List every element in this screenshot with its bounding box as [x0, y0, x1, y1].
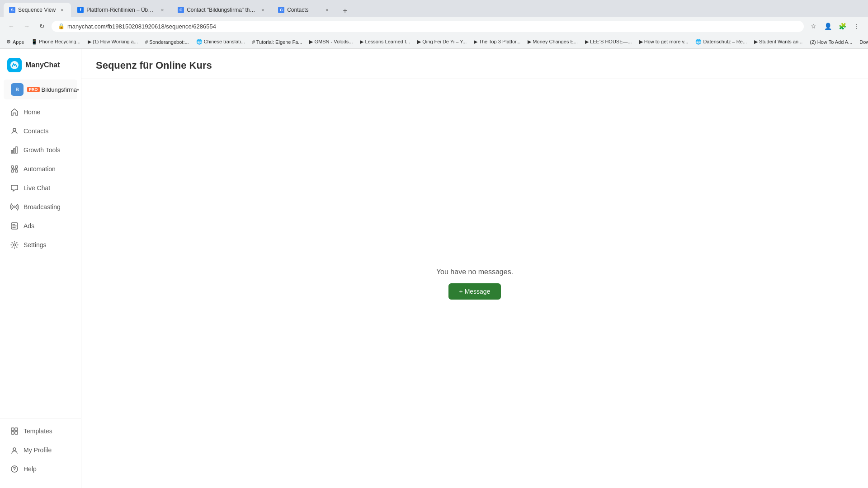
bookmark-qing[interactable]: ▶ Qing Fei De Yi – Y... — [415, 38, 468, 46]
logo-text: ManyChat — [25, 61, 60, 69]
bookmark-sonder[interactable]: # Sonderangebot:... — [143, 38, 191, 46]
sidebar-item-automation-label: Automation — [24, 165, 56, 173]
tab-favicon-1: S — [9, 7, 15, 13]
tab-title-3: Contact "Bildungsfirma" thro... — [187, 7, 256, 13]
svg-point-1 — [13, 128, 16, 131]
bookmark-money[interactable]: ▶ Money Changes E... — [526, 38, 580, 46]
sidebar-item-growth-tools-label: Growth Tools — [24, 146, 60, 154]
sidebar-item-help[interactable]: Help — [3, 460, 78, 478]
workspace-selector[interactable]: B PRO Bildungsfirma ▾ — [4, 80, 77, 99]
tab-favicon-4: C — [278, 7, 284, 13]
tab-title-2: Plattform-Richtlinien – Übers... — [86, 7, 156, 13]
sidebar-item-templates-label: Templates — [24, 427, 52, 435]
back-button[interactable]: ← — [5, 20, 17, 32]
growth-tools-icon — [10, 145, 19, 155]
add-message-button[interactable]: + Message — [448, 283, 501, 300]
sidebar-item-automation[interactable]: Automation — [3, 160, 78, 178]
tab-close-1[interactable]: × — [58, 6, 66, 14]
content-area: You have no messages. + Message — [81, 79, 868, 488]
sidebar: ManyChat B PRO Bildungsfirma ▾ Home — [0, 49, 81, 488]
logo-area: ManyChat — [0, 54, 81, 80]
svg-rect-5 — [11, 166, 14, 168]
svg-point-17 — [13, 448, 16, 450]
tab-plattform[interactable]: f Plattform-Richtlinien – Übers... × — [72, 3, 171, 17]
sidebar-item-settings-label: Settings — [24, 241, 47, 249]
help-icon — [10, 465, 19, 474]
logo-icon — [7, 58, 22, 72]
main-content: Sequenz für Online Kurs You have no mess… — [81, 49, 868, 488]
broadcasting-icon — [10, 202, 19, 211]
sidebar-item-contacts-label: Contacts — [24, 127, 48, 135]
tab-close-2[interactable]: × — [159, 6, 166, 14]
profile-button[interactable]: 👤 — [822, 20, 834, 32]
sidebar-item-my-profile[interactable]: My Profile — [3, 441, 78, 459]
bookmark-apps[interactable]: ⚙Apps — [5, 38, 26, 46]
bookmark-chinese[interactable]: 🌐 Chinese translati... — [194, 38, 247, 46]
settings-icon — [10, 240, 19, 249]
sidebar-item-settings[interactable]: Settings — [3, 236, 78, 254]
tab-title-1: Sequence View — [18, 7, 56, 13]
bookmark-datenschutz[interactable]: 🌐 Datenschutz – Re... — [693, 38, 749, 46]
bookmark-student[interactable]: ▶ Student Wants an... — [752, 38, 804, 46]
contacts-icon — [10, 127, 19, 136]
my-profile-icon — [10, 446, 19, 455]
menu-button[interactable]: ⋮ — [851, 20, 863, 32]
tab-sequence-view[interactable]: S Sequence View × — [4, 3, 71, 17]
bookmark-gmsn[interactable]: ▶ GMSN - Volods... — [307, 38, 354, 46]
reload-button[interactable]: ↻ — [36, 20, 48, 32]
svg-rect-16 — [15, 432, 18, 434]
workspace-name: Bildungsfirma — [42, 86, 77, 93]
bookmark-lee[interactable]: ▶ LEE'S HOUSE—... — [583, 38, 634, 46]
tab-close-4[interactable]: × — [323, 6, 330, 14]
svg-rect-14 — [15, 428, 18, 431]
bookmark-lessons[interactable]: ▶ Lessons Learned f... — [358, 38, 412, 46]
tab-favicon-2: f — [77, 7, 84, 13]
svg-rect-7 — [11, 170, 14, 172]
sidebar-item-my-profile-label: My Profile — [24, 446, 52, 454]
bookmark-download[interactable]: Download - Cooki... — [858, 38, 868, 46]
automation-icon — [10, 164, 19, 174]
svg-point-12 — [14, 244, 16, 246]
page-header: Sequenz für Online Kurs — [81, 49, 868, 79]
sidebar-item-home-label: Home — [24, 108, 40, 116]
new-tab-button[interactable]: + — [339, 5, 351, 17]
sidebar-item-ads[interactable]: Ads — [3, 217, 78, 235]
bookmark-top3[interactable]: ▶ The Top 3 Platfor... — [472, 38, 522, 46]
sidebar-bottom: Templates My Profile — [0, 418, 81, 483]
address-bar[interactable]: 🔒 manychat.com/fb198150208192061​8/seque… — [52, 21, 804, 32]
empty-state-message: You have no messages. — [436, 268, 513, 276]
bookmark-how-working[interactable]: ▶ (1) How Working a... — [86, 38, 140, 46]
sidebar-item-growth-tools[interactable]: Growth Tools — [3, 141, 78, 159]
sidebar-item-templates[interactable]: Templates — [3, 422, 78, 440]
bookmark-phone[interactable]: 📱 Phone Recycling... — [29, 38, 82, 46]
svg-rect-15 — [11, 432, 14, 434]
templates-icon — [10, 427, 19, 436]
pro-badge: PRO — [27, 87, 40, 92]
sidebar-item-live-chat-label: Live Chat — [24, 184, 50, 192]
bookmark-how-more[interactable]: ▶ How to get more v... — [637, 38, 690, 46]
home-icon — [10, 108, 19, 117]
bookmark-button[interactable]: ☆ — [807, 20, 819, 32]
svg-rect-4 — [16, 147, 17, 153]
tab-close-3[interactable]: × — [259, 6, 266, 14]
sidebar-nav: Home Contacts — [0, 103, 81, 414]
bookmark-how-add[interactable]: (2) How To Add A... — [808, 38, 854, 46]
svg-point-10 — [14, 206, 15, 208]
extensions-button[interactable]: 🧩 — [836, 20, 848, 32]
workspace-chevron-icon: ▾ — [77, 87, 79, 92]
sidebar-item-contacts[interactable]: Contacts — [3, 122, 78, 140]
bookmark-tutorial[interactable]: # Tutorial: Eigene Fa... — [250, 38, 304, 46]
workspace-avatar: B — [11, 83, 24, 96]
sidebar-item-home[interactable]: Home — [3, 103, 78, 121]
url-text: manychat.com/fb198150208192061​8/sequenc… — [67, 23, 797, 30]
svg-rect-8 — [15, 170, 18, 172]
sidebar-item-ads-label: Ads — [24, 222, 34, 230]
svg-rect-3 — [14, 149, 15, 153]
sidebar-item-live-chat[interactable]: Live Chat — [3, 179, 78, 197]
forward-button[interactable]: → — [21, 20, 33, 32]
sidebar-item-broadcasting[interactable]: Broadcasting — [3, 198, 78, 216]
svg-rect-2 — [11, 150, 13, 153]
tab-contacts[interactable]: C Contacts × — [273, 3, 336, 17]
tab-contact[interactable]: C Contact "Bildungsfirma" thro... × — [172, 3, 272, 17]
page-title: Sequenz für Online Kurs — [96, 60, 854, 71]
